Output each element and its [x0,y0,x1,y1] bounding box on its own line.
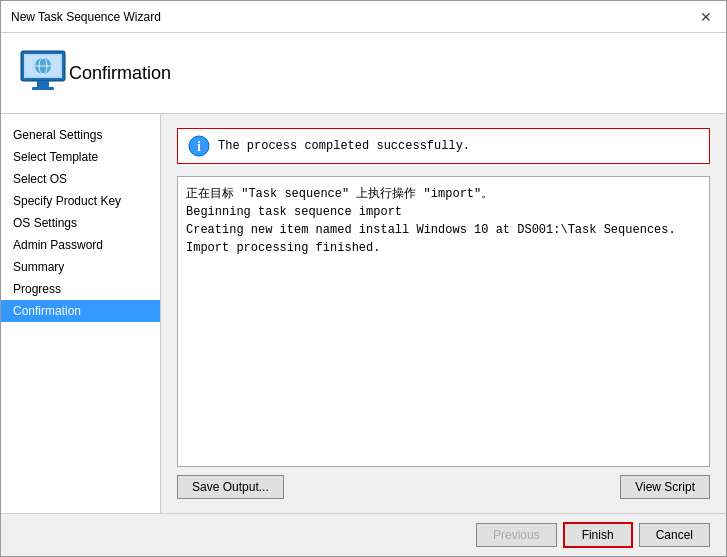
log-box[interactable]: 正在目标 "Task sequence" 上执行操作 "import"。Begi… [177,176,710,467]
sidebar-item[interactable]: Select OS [1,168,160,190]
bottom-buttons-row: Save Output... View Script [177,475,710,499]
sidebar-item[interactable]: Summary [1,256,160,278]
success-message: The process completed successfully. [218,139,470,153]
info-icon: i [188,135,210,157]
sidebar-item[interactable]: OS Settings [1,212,160,234]
sidebar: General SettingsSelect TemplateSelect OS… [1,114,161,513]
main-content: i The process completed successfully. 正在… [161,114,726,513]
svg-text:i: i [197,139,201,154]
close-button[interactable]: ✕ [696,9,716,25]
wizard-window: New Task Sequence Wizard ✕ Confirmation … [0,0,727,557]
cancel-button[interactable]: Cancel [639,523,710,547]
svg-rect-3 [32,87,54,90]
sidebar-item[interactable]: Specify Product Key [1,190,160,212]
previous-button[interactable]: Previous [476,523,557,547]
page-title: Confirmation [69,63,171,84]
finish-button[interactable]: Finish [563,522,633,548]
header-area: Confirmation [1,33,726,114]
computer-icon [17,47,69,99]
save-output-button[interactable]: Save Output... [177,475,284,499]
sidebar-item[interactable]: Select Template [1,146,160,168]
body-area: General SettingsSelect TemplateSelect OS… [1,114,726,513]
window-title: New Task Sequence Wizard [11,10,161,24]
sidebar-item[interactable]: Confirmation [1,300,160,322]
svg-rect-2 [37,81,49,87]
sidebar-item[interactable]: General Settings [1,124,160,146]
title-bar: New Task Sequence Wizard ✕ [1,1,726,33]
success-banner: i The process completed successfully. [177,128,710,164]
view-script-button[interactable]: View Script [620,475,710,499]
footer-area: Previous Finish Cancel [1,513,726,556]
sidebar-item[interactable]: Admin Password [1,234,160,256]
sidebar-item[interactable]: Progress [1,278,160,300]
